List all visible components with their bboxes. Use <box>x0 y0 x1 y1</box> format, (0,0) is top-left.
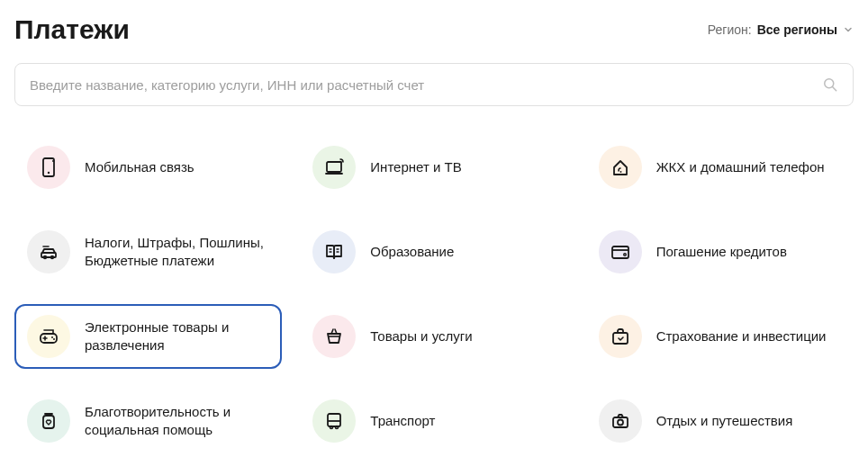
search-wrapper <box>14 63 854 106</box>
page-title: Платежи <box>14 14 130 45</box>
category-label: Налоги, Штрафы, Пошлины, Бюджетные плате… <box>85 234 269 271</box>
credit-card-icon <box>599 230 642 273</box>
bus-icon <box>312 399 356 443</box>
categories-grid: Мобильная связь Интернет и ТВ ЖКХ и дома… <box>14 135 854 453</box>
category-utilities[interactable]: ЖКХ и домашний телефон <box>586 135 854 200</box>
laptop-wifi-icon <box>312 146 356 189</box>
category-label: Мобильная связь <box>85 158 194 176</box>
camera-icon <box>599 399 642 443</box>
category-loans[interactable]: Погашение кредитов <box>586 220 854 284</box>
category-label: Электронные товары и развлечения <box>85 318 269 355</box>
category-label: Товары и услуги <box>370 327 472 345</box>
category-charity[interactable]: Благотворительность и социальная помощь <box>14 389 282 453</box>
category-label: Отдых и путешествия <box>656 412 793 430</box>
home-phone-icon <box>599 146 642 189</box>
gamepad-icon <box>27 315 70 358</box>
category-label: Образование <box>370 243 454 261</box>
briefcase-icon <box>599 315 642 358</box>
category-insurance[interactable]: Страхование и инвестиции <box>586 304 854 369</box>
chevron-down-icon <box>843 24 854 35</box>
category-label: Благотворительность и социальная помощь <box>85 403 269 440</box>
basket-icon <box>312 315 356 358</box>
category-mobile[interactable]: Мобильная связь <box>14 135 282 200</box>
category-electronics[interactable]: Электронные товары и развлечения <box>14 304 282 369</box>
jar-heart-icon <box>27 399 70 443</box>
category-transport[interactable]: Транспорт <box>300 389 567 453</box>
category-taxes[interactable]: Налоги, Штрафы, Пошлины, Бюджетные плате… <box>14 220 282 284</box>
tax-car-icon <box>27 230 70 273</box>
search-icon <box>821 76 839 94</box>
category-education[interactable]: Образование <box>300 220 567 284</box>
category-label: ЖКХ и домашний телефон <box>656 158 825 176</box>
region-value: Все регионы <box>757 22 837 37</box>
category-label: Страхование и инвестиции <box>656 327 827 345</box>
category-leisure[interactable]: Отдых и путешествия <box>586 389 854 453</box>
category-internet-tv[interactable]: Интернет и ТВ <box>300 135 567 200</box>
book-open-icon <box>312 230 356 273</box>
region-label: Регион: <box>708 22 752 37</box>
smartphone-icon <box>27 146 70 189</box>
category-label: Транспорт <box>370 412 435 430</box>
region-selector[interactable]: Регион: Все регионы <box>708 22 854 37</box>
search-input[interactable] <box>14 63 854 106</box>
category-label: Интернет и ТВ <box>370 158 461 176</box>
category-label: Погашение кредитов <box>656 243 787 261</box>
category-goods[interactable]: Товары и услуги <box>300 304 567 369</box>
